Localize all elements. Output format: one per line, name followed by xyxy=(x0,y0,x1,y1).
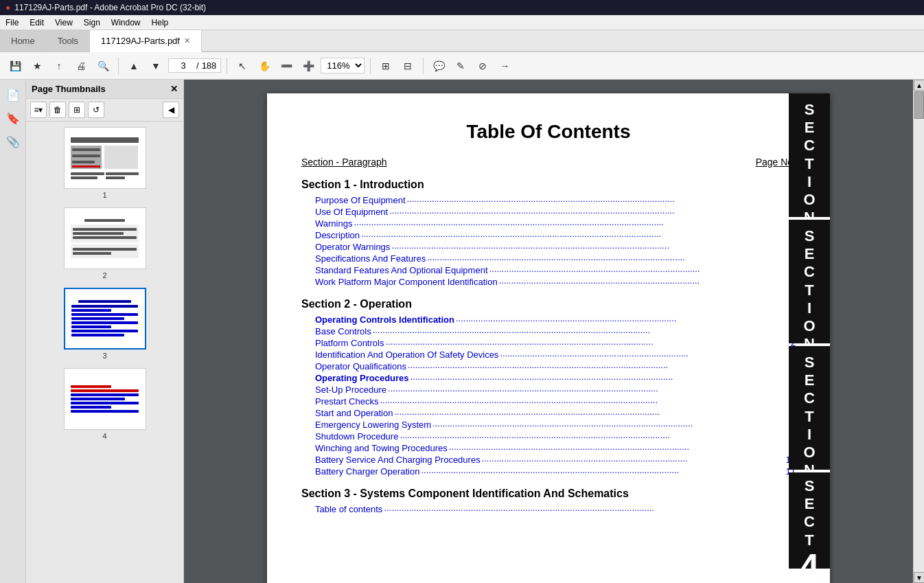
scroll-up-button[interactable]: ▲ xyxy=(914,80,924,91)
separator-4 xyxy=(423,58,424,74)
section-tab-1[interactable]: S E C T I O N 1 xyxy=(789,93,830,217)
thumbnail-img-3 xyxy=(64,288,146,350)
zoom-select[interactable]: 116% 100% 75% 150% xyxy=(321,58,365,73)
toc-entry[interactable]: Battery Charger Operation ..............… xyxy=(301,466,796,477)
redact-button[interactable]: ⊘ xyxy=(473,56,492,76)
scroll-thumb[interactable] xyxy=(914,91,924,119)
section-tab-2[interactable]: S E C T I O N 2 xyxy=(789,220,830,343)
thumbnail-1[interactable]: 1 xyxy=(64,127,146,199)
menu-help[interactable]: Help xyxy=(152,18,169,27)
print-button[interactable]: 🖨 xyxy=(71,56,91,76)
toc-entry[interactable]: Use Of Equipment .......................… xyxy=(301,207,796,217)
title-bar-icon: ● xyxy=(5,3,10,12)
scroll-down-button[interactable]: ▼ xyxy=(914,572,924,583)
next-page-button[interactable]: ▼ xyxy=(146,56,165,76)
attachments-icon[interactable]: 📎 xyxy=(3,132,23,151)
share-button[interactable]: ↑ xyxy=(49,56,69,76)
section-1-heading: Section 1 - Introduction xyxy=(301,179,796,191)
toc-entry[interactable]: Operator Warnings ......................… xyxy=(301,242,796,252)
right-scrollbar[interactable]: ▲ ▼ xyxy=(913,80,924,583)
thumbnail-img-2 xyxy=(64,207,146,269)
toc-entry[interactable]: Operating Controls Identification ......… xyxy=(301,315,796,325)
zoom-out-button[interactable]: ➖ xyxy=(277,56,296,76)
toc-entry[interactable]: Standard Features And Optional Equipment… xyxy=(301,265,796,275)
edit-button[interactable]: ✎ xyxy=(451,56,470,76)
toc-header-row: Section - Paragraph Page No. xyxy=(301,157,796,168)
tab-pdf[interactable]: 117129AJ-Parts.pdf ✕ xyxy=(90,30,202,52)
comment-button[interactable]: 💬 xyxy=(429,56,448,76)
toc-entry[interactable]: Set-Up Procedure .......................… xyxy=(301,385,796,395)
export-button[interactable]: → xyxy=(495,56,514,76)
zoom-out-small-button[interactable]: 🔍 xyxy=(93,56,113,76)
tab-tools[interactable]: Tools xyxy=(47,30,90,51)
toc-title: Table Of Contents xyxy=(301,121,796,143)
menu-window[interactable]: Window xyxy=(111,18,141,27)
save-button[interactable]: 💾 xyxy=(5,56,25,76)
thumbnail-img-1 xyxy=(64,127,146,189)
section-tab-4[interactable]: S E C T 4 xyxy=(789,472,830,569)
title-bar: ● 117129AJ-Parts.pdf - Adobe Acrobat Pro… xyxy=(0,0,924,15)
toc-entry[interactable]: Operator Qualifications ................… xyxy=(301,361,796,371)
toc-entry[interactable]: Shutdown Procedure .....................… xyxy=(301,431,796,442)
toc-entry[interactable]: Table of contents ......................… xyxy=(301,504,796,514)
sidebar-reduce-button[interactable]: ⊞ xyxy=(69,102,85,118)
menu-bar: File Edit View Sign Window Help xyxy=(0,15,924,30)
sidebar-collapse-button[interactable]: ◀ xyxy=(163,102,179,118)
tab-close-icon[interactable]: ✕ xyxy=(184,36,190,45)
toc-entry[interactable]: Base Controls ..........................… xyxy=(301,326,796,336)
select-tool-button[interactable]: ↖ xyxy=(233,56,252,76)
fit-width-button[interactable]: ⊟ xyxy=(398,56,417,76)
section-2-heading: Section 2 - Operation xyxy=(301,298,796,310)
sidebar-header: Page Thumbnails ✕ xyxy=(26,80,183,99)
sidebar-delete-button[interactable]: 🗑 xyxy=(49,102,66,118)
menu-view[interactable]: View xyxy=(55,18,73,27)
sidebar: Page Thumbnails ✕ ≡▾ 🗑 ⊞ ↺ ◀ xyxy=(26,80,184,583)
menu-sign[interactable]: Sign xyxy=(84,18,100,27)
sidebar-close-icon[interactable]: ✕ xyxy=(170,84,178,94)
toc-entry[interactable]: Battery Service And Charging Procedures … xyxy=(301,455,796,465)
toc-entry[interactable]: Specifications And Features ............… xyxy=(301,253,796,264)
page-thumbnails-icon[interactable]: 📄 xyxy=(3,85,23,104)
menu-edit[interactable]: Edit xyxy=(30,18,44,27)
fit-page-button[interactable]: ⊞ xyxy=(376,56,395,76)
section-tabs: S E C T I O N 1 S xyxy=(789,93,830,570)
sidebar-restore-button[interactable]: ↺ xyxy=(88,102,104,118)
thumbnail-4[interactable]: 4 xyxy=(64,368,146,440)
zoom-in-button[interactable]: ➕ xyxy=(299,56,318,76)
pdf-area[interactable]: Table Of Contents Section - Paragraph Pa… xyxy=(184,80,913,583)
page-nav: / 188 xyxy=(168,58,221,73)
tab-home[interactable]: Home xyxy=(0,30,47,51)
toc-entry[interactable]: Identification And Operation Of Safety D… xyxy=(301,350,796,360)
separator-1 xyxy=(118,58,119,74)
section-tab-num-4: 4 xyxy=(800,549,820,583)
separator-2 xyxy=(227,58,227,74)
menu-file[interactable]: File xyxy=(5,18,19,27)
toc-entry[interactable]: Emergency Lowering System ..............… xyxy=(301,420,796,430)
toc-entry[interactable]: Operating Procedures ...................… xyxy=(301,373,796,383)
toolbar: 💾 ★ ↑ 🖨 🔍 ▲ ▼ / 188 ↖ ✋ ➖ ➕ 116% 100% 75… xyxy=(0,52,924,80)
toc-entry[interactable]: Warnings ...............................… xyxy=(301,218,796,229)
page-number-input[interactable] xyxy=(173,60,194,71)
bookmark-button[interactable]: ★ xyxy=(27,56,47,76)
prev-page-button[interactable]: ▲ xyxy=(124,56,143,76)
thumbnail-label-4: 4 xyxy=(102,432,106,440)
toc-entry[interactable]: Winching and Towing Procedures .........… xyxy=(301,443,796,453)
toc-entry[interactable]: Purpose Of Equipment ...................… xyxy=(301,195,796,205)
scroll-track[interactable] xyxy=(914,91,924,572)
section-paragraph-label: Section - Paragraph xyxy=(301,157,387,168)
toc-entry[interactable]: Prestart Checks ........................… xyxy=(301,396,796,407)
main-layout: 📄 🔖 📎 Page Thumbnails ✕ ≡▾ 🗑 ⊞ ↺ ◀ xyxy=(0,80,924,583)
thumbnail-2[interactable]: 2 xyxy=(64,207,146,279)
toc-entry[interactable]: Platform Controls ......................… xyxy=(301,338,796,348)
toc-entry[interactable]: Work Platform Major Component Identifica… xyxy=(301,277,796,287)
section-tab-3[interactable]: S E C T I O N 3 xyxy=(789,346,830,470)
toc-entry[interactable]: Start and Operation ....................… xyxy=(301,408,796,418)
hand-tool-button[interactable]: ✋ xyxy=(255,56,274,76)
sidebar-options-button[interactable]: ≡▾ xyxy=(30,102,47,118)
sidebar-title: Page Thumbnails xyxy=(32,84,106,94)
thumbnail-label-1: 1 xyxy=(102,191,106,199)
bookmarks-icon[interactable]: 🔖 xyxy=(3,108,23,128)
thumbnail-3[interactable]: 3 xyxy=(64,288,146,360)
toc-entry[interactable]: Description ............................… xyxy=(301,230,796,240)
sidebar-tools: ≡▾ 🗑 ⊞ ↺ ◀ xyxy=(26,99,183,122)
